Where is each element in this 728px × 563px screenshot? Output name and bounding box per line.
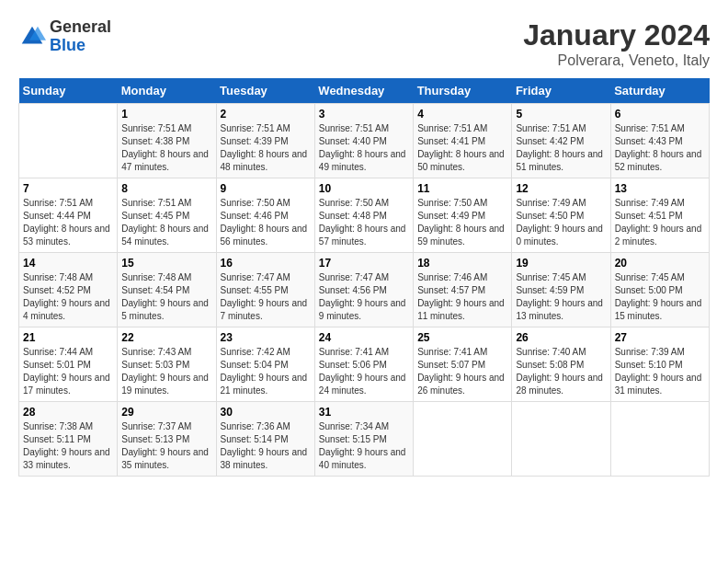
daylight-label: Daylight: 9 hours and 33 minutes. xyxy=(23,447,110,470)
sunset-label: Sunset: 4:54 PM xyxy=(121,285,189,295)
sunrise-label: Sunrise: 7:50 AM xyxy=(417,198,487,208)
day-number: 27 xyxy=(615,331,705,344)
calendar-cell: 25 Sunrise: 7:41 AM Sunset: 5:07 PM Dayl… xyxy=(414,327,512,402)
page-title: January 2024 xyxy=(523,18,710,52)
daylight-label: Daylight: 8 hours and 59 minutes. xyxy=(417,224,505,247)
logo-general: General xyxy=(50,18,111,37)
sunrise-label: Sunrise: 7:51 AM xyxy=(23,198,93,208)
sunrise-label: Sunrise: 7:51 AM xyxy=(319,123,389,133)
sunrise-label: Sunrise: 7:39 AM xyxy=(615,347,685,357)
day-number: 2 xyxy=(221,108,311,121)
day-info: Sunrise: 7:51 AM Sunset: 4:43 PM Dayligh… xyxy=(615,122,705,174)
day-info: Sunrise: 7:34 AM Sunset: 5:15 PM Dayligh… xyxy=(319,420,409,472)
calendar-week-row: 14 Sunrise: 7:48 AM Sunset: 4:52 PM Dayl… xyxy=(19,253,710,327)
header-monday: Monday xyxy=(118,78,216,104)
calendar-cell xyxy=(512,402,610,477)
day-number: 13 xyxy=(615,182,705,195)
sunset-label: Sunset: 4:49 PM xyxy=(417,211,485,221)
title-block: January 2024 Polverara, Veneto, Italy xyxy=(523,18,710,69)
sunset-label: Sunset: 4:51 PM xyxy=(615,211,683,221)
day-info: Sunrise: 7:36 AM Sunset: 5:14 PM Dayligh… xyxy=(221,420,311,472)
day-info: Sunrise: 7:51 AM Sunset: 4:41 PM Dayligh… xyxy=(417,122,507,174)
daylight-label: Daylight: 8 hours and 52 minutes. xyxy=(615,149,702,172)
calendar-cell xyxy=(19,104,118,178)
daylight-label: Daylight: 8 hours and 47 minutes. xyxy=(121,149,209,172)
daylight-label: Daylight: 9 hours and 38 minutes. xyxy=(221,447,308,470)
calendar-header-row: SundayMondayTuesdayWednesdayThursdayFrid… xyxy=(19,78,710,104)
calendar-cell: 12 Sunrise: 7:49 AM Sunset: 4:50 PM Dayl… xyxy=(512,178,610,253)
sunrise-label: Sunrise: 7:41 AM xyxy=(319,347,389,357)
daylight-label: Daylight: 9 hours and 4 minutes. xyxy=(23,298,110,321)
header-wednesday: Wednesday xyxy=(314,78,413,104)
page-header: General Blue January 2024 Polverara, Ven… xyxy=(18,18,710,69)
calendar-cell: 19 Sunrise: 7:45 AM Sunset: 4:59 PM Dayl… xyxy=(512,253,610,327)
sunrise-label: Sunrise: 7:51 AM xyxy=(121,123,191,133)
sunrise-label: Sunrise: 7:50 AM xyxy=(221,198,290,208)
day-info: Sunrise: 7:49 AM Sunset: 4:51 PM Dayligh… xyxy=(615,197,705,248)
day-info: Sunrise: 7:46 AM Sunset: 4:57 PM Dayligh… xyxy=(417,271,507,323)
sunrise-label: Sunrise: 7:47 AM xyxy=(319,272,389,282)
calendar-week-row: 28 Sunrise: 7:38 AM Sunset: 5:11 PM Dayl… xyxy=(19,402,710,477)
sunset-label: Sunset: 5:00 PM xyxy=(615,285,683,295)
calendar-cell: 20 Sunrise: 7:45 AM Sunset: 5:00 PM Dayl… xyxy=(610,253,709,327)
day-number: 22 xyxy=(121,331,211,344)
day-number: 18 xyxy=(417,257,507,270)
day-info: Sunrise: 7:45 AM Sunset: 4:59 PM Dayligh… xyxy=(516,271,606,323)
calendar-cell: 3 Sunrise: 7:51 AM Sunset: 4:40 PM Dayli… xyxy=(314,104,413,178)
sunrise-label: Sunrise: 7:47 AM xyxy=(221,272,290,282)
sunrise-label: Sunrise: 7:36 AM xyxy=(221,421,290,431)
calendar-cell: 7 Sunrise: 7:51 AM Sunset: 4:44 PM Dayli… xyxy=(19,178,118,253)
sunset-label: Sunset: 4:56 PM xyxy=(319,285,387,295)
calendar-cell: 1 Sunrise: 7:51 AM Sunset: 4:38 PM Dayli… xyxy=(118,104,216,178)
calendar-cell: 2 Sunrise: 7:51 AM Sunset: 4:39 PM Dayli… xyxy=(216,104,314,178)
sunset-label: Sunset: 4:42 PM xyxy=(516,136,584,146)
header-friday: Friday xyxy=(512,78,610,104)
sunset-label: Sunset: 5:03 PM xyxy=(121,360,189,370)
calendar-week-row: 1 Sunrise: 7:51 AM Sunset: 4:38 PM Dayli… xyxy=(19,104,710,178)
sunrise-label: Sunrise: 7:46 AM xyxy=(417,272,487,282)
sunrise-label: Sunrise: 7:51 AM xyxy=(516,123,586,133)
sunset-label: Sunset: 5:08 PM xyxy=(516,360,584,370)
sunrise-label: Sunrise: 7:40 AM xyxy=(516,347,586,357)
calendar-cell: 26 Sunrise: 7:40 AM Sunset: 5:08 PM Dayl… xyxy=(512,327,610,402)
daylight-label: Daylight: 9 hours and 5 minutes. xyxy=(121,298,209,321)
day-number: 23 xyxy=(221,331,311,344)
day-info: Sunrise: 7:47 AM Sunset: 4:56 PM Dayligh… xyxy=(319,271,409,323)
day-number: 10 xyxy=(319,182,409,195)
calendar-cell: 14 Sunrise: 7:48 AM Sunset: 4:52 PM Dayl… xyxy=(19,253,118,327)
day-info: Sunrise: 7:45 AM Sunset: 5:00 PM Dayligh… xyxy=(615,271,705,323)
daylight-label: Daylight: 9 hours and 13 minutes. xyxy=(516,298,603,321)
day-number: 6 xyxy=(615,108,705,121)
sunset-label: Sunset: 4:39 PM xyxy=(221,136,289,146)
sunrise-label: Sunrise: 7:48 AM xyxy=(121,272,191,282)
daylight-label: Daylight: 9 hours and 24 minutes. xyxy=(319,373,406,396)
sunset-label: Sunset: 4:44 PM xyxy=(23,211,91,221)
sunrise-label: Sunrise: 7:51 AM xyxy=(121,198,191,208)
calendar-cell: 28 Sunrise: 7:38 AM Sunset: 5:11 PM Dayl… xyxy=(19,402,118,477)
day-info: Sunrise: 7:51 AM Sunset: 4:40 PM Dayligh… xyxy=(319,122,409,174)
sunrise-label: Sunrise: 7:49 AM xyxy=(516,198,586,208)
header-thursday: Thursday xyxy=(414,78,512,104)
day-info: Sunrise: 7:51 AM Sunset: 4:38 PM Dayligh… xyxy=(121,122,211,174)
day-info: Sunrise: 7:44 AM Sunset: 5:01 PM Dayligh… xyxy=(23,346,113,397)
daylight-label: Daylight: 9 hours and 35 minutes. xyxy=(121,447,209,470)
day-info: Sunrise: 7:41 AM Sunset: 5:06 PM Dayligh… xyxy=(319,346,409,397)
sunrise-label: Sunrise: 7:50 AM xyxy=(319,198,389,208)
calendar-cell: 4 Sunrise: 7:51 AM Sunset: 4:41 PM Dayli… xyxy=(414,104,512,178)
day-number: 11 xyxy=(417,182,507,195)
calendar-cell: 24 Sunrise: 7:41 AM Sunset: 5:06 PM Dayl… xyxy=(314,327,413,402)
calendar-cell: 23 Sunrise: 7:42 AM Sunset: 5:04 PM Dayl… xyxy=(216,327,314,402)
logo: General Blue xyxy=(18,18,111,55)
sunrise-label: Sunrise: 7:34 AM xyxy=(319,421,389,431)
day-number: 4 xyxy=(417,108,507,121)
day-number: 28 xyxy=(23,406,113,419)
day-info: Sunrise: 7:51 AM Sunset: 4:45 PM Dayligh… xyxy=(121,197,211,248)
daylight-label: Daylight: 9 hours and 17 minutes. xyxy=(23,373,110,396)
daylight-label: Daylight: 8 hours and 53 minutes. xyxy=(23,224,110,247)
calendar-week-row: 7 Sunrise: 7:51 AM Sunset: 4:44 PM Dayli… xyxy=(19,178,710,253)
day-number: 20 xyxy=(615,257,705,270)
calendar-cell: 11 Sunrise: 7:50 AM Sunset: 4:49 PM Dayl… xyxy=(414,178,512,253)
sunset-label: Sunset: 5:07 PM xyxy=(417,360,485,370)
day-info: Sunrise: 7:50 AM Sunset: 4:49 PM Dayligh… xyxy=(417,197,507,248)
daylight-label: Daylight: 9 hours and 40 minutes. xyxy=(319,447,406,470)
